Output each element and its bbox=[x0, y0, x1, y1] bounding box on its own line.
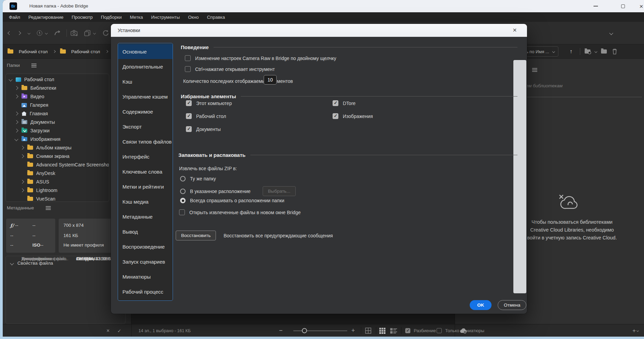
tree-item[interactable]: Lightroom bbox=[6, 186, 109, 194]
new-folder-icon[interactable] bbox=[601, 44, 607, 59]
breakdown-checkbox[interactable]: Разбиение bbox=[405, 324, 436, 337]
tree-item[interactable]: Загрузки bbox=[6, 126, 109, 135]
panel-menu-icon[interactable] bbox=[31, 65, 36, 66]
dialog-titlebar[interactable]: Установки × bbox=[111, 24, 527, 37]
nav-item[interactable]: Основные bbox=[118, 44, 173, 59]
nav-item[interactable]: Миниатюры bbox=[118, 269, 173, 284]
favorite-checkbox[interactable]: Документы bbox=[186, 126, 232, 132]
refresh-icon[interactable] bbox=[102, 22, 109, 44]
maximize-button[interactable] bbox=[615, 0, 630, 12]
nav-item[interactable]: Кэш медиа bbox=[118, 194, 173, 209]
nav-item[interactable]: Кэш bbox=[118, 74, 173, 89]
menu-item[interactable]: Просмотр bbox=[68, 15, 97, 20]
favorite-checkbox[interactable]: Изображения bbox=[333, 113, 373, 119]
expand-icon[interactable] bbox=[20, 154, 24, 158]
camera-import-icon[interactable] bbox=[70, 22, 78, 44]
zip-option-always-ask[interactable]: Всегда спрашивать о расположении папки bbox=[180, 198, 284, 203]
expand-icon[interactable] bbox=[9, 77, 12, 81]
zip-open-in-new-window-checkbox[interactable]: Открыть извлеченные файлы в новом окне B… bbox=[179, 209, 301, 215]
tree-item[interactable]: Альбом камеры bbox=[6, 143, 109, 152]
menu-item[interactable]: Справка bbox=[203, 15, 229, 20]
nav-item[interactable]: Запуск сценариев bbox=[118, 254, 173, 269]
nav-item[interactable]: Управление кэшем bbox=[118, 89, 173, 104]
stack-icon[interactable] bbox=[84, 22, 91, 44]
recent-folder-icon[interactable] bbox=[585, 44, 590, 59]
zip-option-specified-location[interactable]: В указанное расположение Выбрать... bbox=[180, 186, 296, 196]
grid-view-button[interactable] bbox=[365, 324, 371, 337]
tree-item[interactable]: Рабочий стол bbox=[6, 75, 109, 84]
delete-icon[interactable] bbox=[612, 44, 617, 59]
nav-item[interactable]: Дополнительные bbox=[118, 59, 173, 74]
camera-raw-checkbox[interactable]: Изменение настроек Camera Raw в Bridge п… bbox=[185, 55, 336, 61]
favorite-checkbox[interactable]: DTore bbox=[333, 100, 373, 106]
tree-item[interactable]: Главная bbox=[6, 109, 109, 118]
menu-item[interactable]: Окно bbox=[184, 15, 203, 20]
tree-item[interactable]: Снимки экрана bbox=[6, 152, 109, 160]
tree-item[interactable]: Галерея bbox=[6, 101, 109, 109]
thumbnail-view-button[interactable] bbox=[379, 324, 385, 337]
zoom-in-button[interactable]: + bbox=[351, 324, 355, 337]
recent-dropdown-icon[interactable] bbox=[45, 22, 47, 44]
expand-icon[interactable] bbox=[14, 120, 18, 124]
menu-item[interactable]: Инструменты bbox=[147, 15, 184, 20]
expand-icon[interactable] bbox=[14, 129, 18, 132]
expand-icon[interactable] bbox=[14, 137, 18, 141]
property-row[interactable]: Размер файла 161 КБ bbox=[6, 256, 125, 262]
add-button[interactable]: + bbox=[632, 324, 639, 337]
nav-item[interactable]: Воспроизведение bbox=[118, 239, 173, 254]
thumbnail-slider[interactable] bbox=[293, 330, 347, 331]
recent-files-icon[interactable] bbox=[37, 22, 42, 44]
choose-button[interactable]: Выбрать... bbox=[263, 186, 296, 196]
panel-menu-icon[interactable] bbox=[532, 70, 537, 70]
favorite-checkbox[interactable]: Этот компьютер bbox=[186, 100, 232, 106]
panel-menu-icon[interactable] bbox=[46, 208, 51, 208]
nav-item[interactable]: Метки и рейтинги bbox=[118, 179, 173, 194]
collapse-icon[interactable] bbox=[10, 261, 14, 265]
slider-knob[interactable] bbox=[302, 328, 307, 333]
recent-items-input[interactable] bbox=[264, 75, 277, 85]
nav-item[interactable]: Рабочий процесс bbox=[118, 284, 173, 299]
detail-view-button[interactable] bbox=[390, 324, 397, 337]
expand-icon[interactable] bbox=[20, 146, 24, 149]
expand-icon[interactable] bbox=[14, 94, 18, 98]
tree-item[interactable]: VueScan bbox=[6, 194, 109, 202]
expand-icon[interactable] bbox=[14, 86, 18, 90]
cancel-button[interactable]: Отмена bbox=[498, 300, 526, 310]
nav-item[interactable]: Содержимое bbox=[118, 104, 173, 119]
menu-item[interactable]: Редактирование bbox=[24, 15, 68, 20]
zoom-out-button[interactable]: − bbox=[279, 324, 283, 337]
ctrl-click-checkbox[interactable]: Ctrl+нажатие открывает инструмент bbox=[185, 66, 275, 72]
zip-option-same-folder[interactable]: Ту же папку bbox=[180, 176, 216, 181]
tree-item[interactable]: Advanced SystemCare Screenshots bbox=[6, 160, 109, 169]
reset-button[interactable]: Восстановить bbox=[176, 231, 216, 240]
tree-item[interactable]: Изображения bbox=[6, 135, 109, 143]
nav-item[interactable]: Экспорт bbox=[118, 119, 173, 134]
nav-dropdown-icon[interactable] bbox=[28, 22, 30, 44]
nav-item[interactable]: Связи типов файлов bbox=[118, 134, 173, 149]
tree-item[interactable]: Библиотеки bbox=[6, 84, 109, 92]
dialog-close-button[interactable]: × bbox=[513, 26, 517, 34]
sync-cloud-icon[interactable] bbox=[460, 324, 467, 337]
stack-dropdown-icon[interactable] bbox=[93, 22, 96, 44]
metadata-apply-button[interactable]: ✓ bbox=[117, 324, 121, 337]
minimize-button[interactable] bbox=[588, 0, 603, 12]
rotate-left-icon[interactable] bbox=[54, 22, 61, 44]
forward-icon[interactable] bbox=[18, 22, 20, 44]
expand-icon[interactable] bbox=[14, 112, 18, 115]
tree-item[interactable]: ASUS bbox=[6, 177, 109, 186]
menu-item[interactable]: Метка bbox=[126, 15, 147, 20]
sort-ascending-button[interactable]: ↑ bbox=[570, 44, 572, 59]
workspace-dropdown-icon[interactable] bbox=[610, 22, 613, 44]
back-icon[interactable] bbox=[8, 22, 11, 44]
ok-button[interactable]: OK bbox=[470, 300, 492, 310]
breadcrumb-item[interactable]: Рабочий стол bbox=[8, 49, 55, 54]
nav-item[interactable]: Ключевые слова bbox=[118, 164, 173, 179]
breadcrumb-item[interactable]: Рабочий стол bbox=[60, 49, 108, 54]
tree-item[interactable]: Видео bbox=[6, 92, 109, 101]
close-button[interactable]: × bbox=[634, 0, 644, 12]
menu-item[interactable]: Файл bbox=[5, 15, 24, 20]
nav-item[interactable]: Интерфейс bbox=[118, 149, 173, 164]
nav-item[interactable]: Вывод bbox=[118, 224, 173, 239]
tree-item[interactable]: Документы bbox=[6, 118, 109, 126]
expand-icon[interactable] bbox=[20, 180, 24, 183]
